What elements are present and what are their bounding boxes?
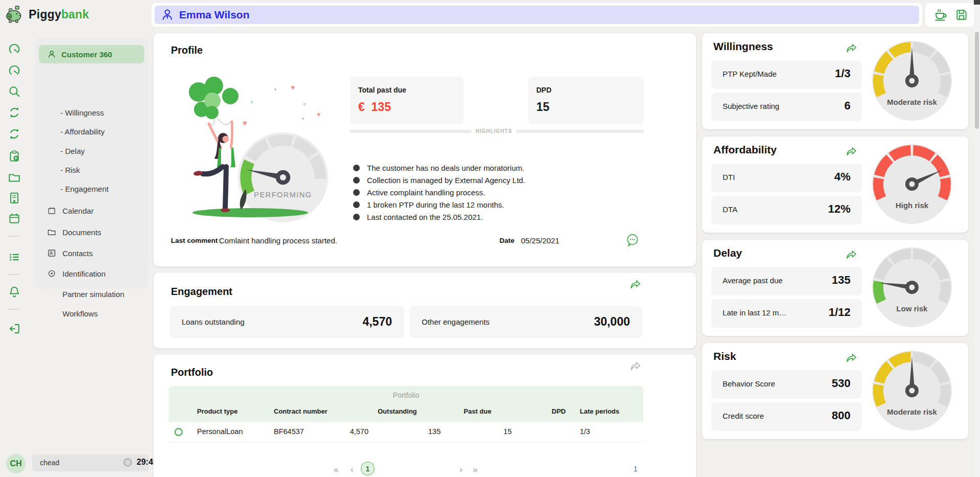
highlight-item: 1 broken PTP during the last 12 months. — [353, 199, 660, 210]
table-row[interactable]: PersonalLoan BF64537 4,570 135 15 1/3 — [169, 422, 643, 442]
page-number[interactable]: 1 — [361, 462, 375, 475]
customer-tab[interactable]: Emma Wilson — [155, 6, 919, 24]
person-icon — [47, 50, 56, 59]
sidebar-item-engagement[interactable]: - Engagement — [35, 185, 148, 193]
dpd-box: DPD 15 — [528, 77, 644, 124]
sidebar-item-willingness[interactable]: - Willingness — [35, 108, 148, 117]
highlight-item: Last contacted on the 25.05.2021. — [353, 211, 660, 222]
clipboard-add-icon[interactable] — [8, 149, 21, 163]
scrollbar-thumb[interactable] — [975, 32, 979, 129]
list-icon[interactable] — [8, 251, 21, 264]
svg-text:♥: ♥ — [291, 83, 295, 92]
person-tie-icon — [161, 8, 174, 21]
metric-row: Average past due 135 — [711, 267, 862, 296]
metric-row: Late in last 12 m… 1/12 — [711, 299, 862, 328]
willingness-card: Willingness PTP Kept/Made 1/3 Subjective… — [702, 33, 968, 129]
profile-card: Profile PERFORMING — [154, 33, 696, 266]
willingness-title: Willingness — [713, 40, 773, 53]
sidebar-item-documents[interactable]: Documents — [35, 228, 148, 237]
calendar-icon[interactable] — [8, 212, 21, 225]
sync-icon[interactable] — [8, 127, 21, 141]
last-comment-label: Last comment — [171, 237, 218, 244]
engagement-card: Engagement Loans outstanding 4,570 Other… — [154, 272, 696, 348]
sidebar-item-identification[interactable]: Identification — [35, 269, 148, 278]
share-icon[interactable] — [844, 146, 858, 157]
sidebar-item-customer-360[interactable]: Customer 360 — [39, 45, 144, 63]
user-avatar[interactable]: CH — [6, 454, 26, 473]
heart-accent: ♥ — [243, 119, 247, 127]
status-ring-icon — [174, 427, 183, 437]
bullet-icon — [353, 165, 360, 171]
table-caption: Portfolio — [169, 391, 643, 399]
delay-title: Delay — [713, 247, 742, 259]
calendar-icon — [47, 206, 56, 215]
highlight-item: The customer has no deals under moratori… — [353, 162, 660, 173]
highlights-divider: HIGHLIGHTS — [350, 128, 644, 134]
bullet-icon — [353, 189, 360, 196]
sidebar-item-workflows[interactable]: Workflows — [35, 309, 148, 318]
bullet-icon — [353, 177, 360, 184]
other-engagements-box: Other engagements 30,000 — [409, 306, 642, 338]
sidebar-item-affordability[interactable]: - Affordability — [35, 127, 148, 136]
share-icon[interactable] — [844, 42, 858, 54]
portfolio-title: Portfolio — [171, 367, 213, 378]
sidebar-item-label: Customer 360 — [61, 50, 112, 59]
folder-icon[interactable] — [8, 171, 21, 184]
username: chead — [40, 459, 59, 467]
portfolio-table: Portfolio Product type Contract number O… — [169, 386, 643, 442]
risk-gauge-low: Low risk — [871, 246, 953, 328]
session-indicator — [123, 458, 132, 467]
topbar: Emma Wilson — [151, 3, 922, 27]
sidebar-item-contacts[interactable]: Contacts — [35, 248, 148, 258]
share-icon[interactable] — [628, 279, 642, 290]
page-size-select[interactable]: 1 — [634, 465, 638, 473]
speedometer-icon[interactable] — [8, 43, 21, 56]
highlight-item: Active complaint handling process. — [353, 187, 660, 198]
date-value: 05/25/2021 — [521, 236, 559, 245]
comment-bubble-icon[interactable] — [625, 233, 640, 247]
profile-title: Profile — [171, 44, 203, 56]
brand-name: Piggybank — [29, 8, 89, 21]
rail-divider — [8, 236, 19, 237]
scrollbar[interactable] — [974, 0, 980, 477]
search-icon[interactable] — [8, 85, 21, 98]
first-page-button[interactable]: « — [334, 465, 338, 475]
office-building-icon[interactable] — [8, 191, 21, 205]
risk-title: Risk — [713, 350, 736, 362]
loans-outstanding-box: Loans outstanding 4,570 — [169, 306, 404, 338]
logout-icon[interactable] — [8, 322, 21, 335]
svg-text:PERFORMING: PERFORMING — [254, 191, 312, 199]
metric-row: Behavior Score 530 — [711, 370, 862, 399]
bullet-icon — [353, 201, 360, 208]
metric-row: PTP Kept/Made 1/3 — [711, 60, 862, 89]
svg-text:Moderate risk: Moderate risk — [887, 407, 937, 416]
risk-card: Risk Behavior Score 530 Credit score 800… — [702, 343, 968, 439]
bell-icon[interactable] — [8, 285, 21, 299]
topbar-actions — [925, 3, 976, 27]
share-icon[interactable] — [628, 360, 642, 372]
metric-row: DTI 4% — [711, 164, 862, 192]
highlight-item: Collection is managed by External Agency… — [353, 174, 660, 186]
total-past-due-value: € 135 — [358, 100, 391, 114]
bullet-icon — [353, 214, 360, 220]
risk-gauge-high: High risk — [871, 143, 953, 225]
speedometer-icon[interactable] — [8, 64, 21, 78]
metric-row: Subjective rating 6 — [711, 93, 862, 121]
next-page-button[interactable]: › — [460, 465, 463, 475]
prev-page-button[interactable]: ‹ — [351, 465, 354, 475]
svg-text:High risk: High risk — [896, 201, 929, 210]
coffee-break-icon[interactable] — [933, 8, 948, 22]
share-icon[interactable] — [844, 352, 858, 364]
affordability-title: Affordability — [713, 144, 777, 156]
brand: Piggybank — [4, 4, 89, 25]
share-icon[interactable] — [844, 249, 858, 260]
last-page-button[interactable]: » — [473, 465, 477, 475]
sync-icon[interactable] — [8, 106, 21, 119]
sidebar-item-delay[interactable]: - Delay — [35, 147, 148, 155]
sidebar-item-risk[interactable]: - Risk — [35, 166, 148, 174]
sidebar-item-partner-simulation[interactable]: Partner simulation — [35, 290, 148, 299]
sidebar-item-calendar[interactable]: Calendar — [35, 206, 148, 215]
save-icon[interactable] — [955, 8, 968, 21]
svg-text:Low risk: Low risk — [897, 304, 928, 313]
svg-text:+: + — [302, 100, 307, 108]
